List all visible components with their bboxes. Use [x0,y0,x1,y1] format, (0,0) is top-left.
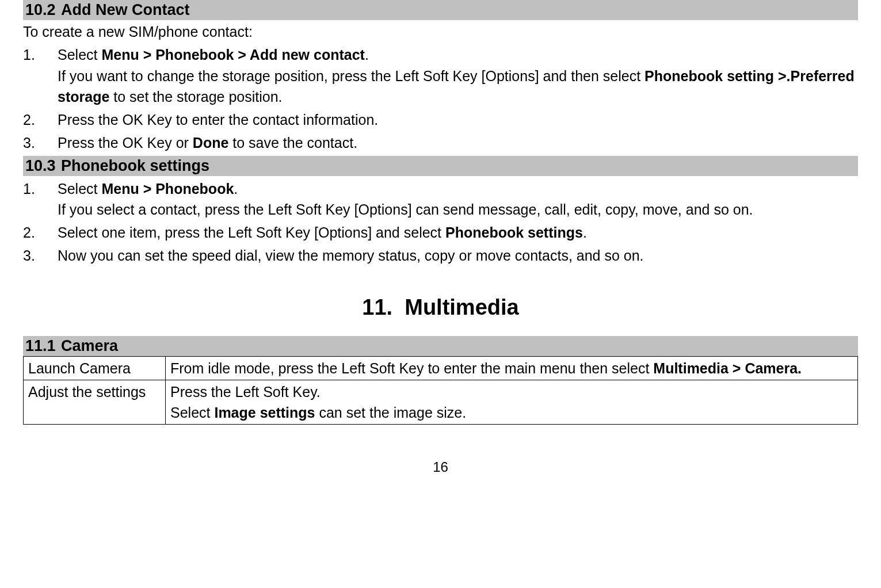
text-run: From idle mode, press the Left Soft Key … [170,360,653,376]
sub-line: If you want to change the storage positi… [58,66,858,108]
list-number: 3. [23,132,58,153]
list-body: Press the OK Key to enter the contact in… [58,109,858,130]
page-number: 16 [23,459,858,475]
list-body: Select Menu > Phonebook > Add new contac… [58,44,858,107]
list-item: 3. Now you can set the speed dial, view … [23,245,858,266]
text-run: to save the contact. [228,135,357,151]
text-run: to set the storage position. [109,89,282,105]
section-heading-11-1: 11.1Camera [23,336,858,356]
text-run: Select [58,47,101,63]
list-number: 1. [23,44,58,107]
list-number: 3. [23,245,58,266]
document-page: 10.2Add New Contact To create a new SIM/… [0,0,881,498]
section-title: Phonebook settings [61,157,209,174]
chapter-title-text: Multimedia [405,295,518,319]
section-number: 10.3 [25,157,61,175]
list-number: 2. [23,222,58,243]
section-number: 11.1 [25,337,61,355]
text-run: Select [170,404,214,421]
chapter-number: 11. [362,295,392,319]
list-body: Select one item, press the Left Soft Key… [58,222,858,243]
text-run: . [234,181,238,197]
table-row: Adjust the settings Press the Left Soft … [24,380,858,425]
intro-line: To create a new SIM/phone contact: [23,21,858,42]
list-body: Now you can set the speed dial, view the… [58,245,858,266]
bold-run: Multimedia > Camera. [653,360,802,376]
bold-run: Done [193,135,229,151]
bold-run: Menu > Phonebook > Add new contact [101,47,364,63]
list-item: 2. Select one item, press the Left Soft … [23,222,858,243]
list-item: 2. Press the OK Key to enter the contact… [23,109,858,130]
section-title: Camera [61,337,118,354]
table-cell-content: Press the Left Soft Key. Select Image se… [166,380,858,425]
section-number: 10.2 [25,1,61,19]
section-heading-10-2: 10.2Add New Contact [23,0,858,20]
text-line: Press the Left Soft Key. [170,381,853,402]
list-body: Select Menu > Phonebook. If you select a… [58,178,858,220]
list-number: 2. [23,109,58,130]
text-run: Select one item, press the Left Soft Key… [58,224,445,240]
text-run: . [583,224,587,240]
text-run: can set the image size. [315,404,467,421]
section-103-body: 1. Select Menu > Phonebook. If you selec… [23,178,858,266]
text-run: Press the OK Key or [58,135,193,151]
section-title: Add New Contact [61,1,190,18]
text-run: If you want to change the storage positi… [58,68,644,84]
table-row: Launch Camera From idle mode, press the … [24,356,858,380]
section-heading-10-3: 10.3Phonebook settings [23,156,858,176]
bold-run: Image settings [214,404,315,421]
camera-table: Launch Camera From idle mode, press the … [23,356,858,425]
text-run: Select [58,181,101,197]
ordered-list-103: 1. Select Menu > Phonebook. If you selec… [23,178,858,266]
list-item: 1. Select Menu > Phonebook. If you selec… [23,178,858,220]
list-number: 1. [23,178,58,220]
ordered-list-102: 1. Select Menu > Phonebook > Add new con… [23,44,858,153]
table-cell-content: From idle mode, press the Left Soft Key … [166,356,858,380]
text-run: . [365,47,369,63]
table-cell-label: Adjust the settings [24,380,166,425]
bold-run: Phonebook settings [445,224,583,240]
bold-run: Menu > Phonebook [101,181,234,197]
list-item: 1. Select Menu > Phonebook > Add new con… [23,44,858,107]
list-body: Press the OK Key or Done to save the con… [58,132,858,153]
sub-line: If you select a contact, press the Left … [58,199,858,220]
chapter-heading-11: 11. Multimedia [23,295,858,320]
text-line: Select Image settings can set the image … [170,402,853,423]
list-item: 3. Press the OK Key or Done to save the … [23,132,858,153]
table-cell-label: Launch Camera [24,356,166,380]
section-102-body: To create a new SIM/phone contact: 1. Se… [23,21,858,154]
